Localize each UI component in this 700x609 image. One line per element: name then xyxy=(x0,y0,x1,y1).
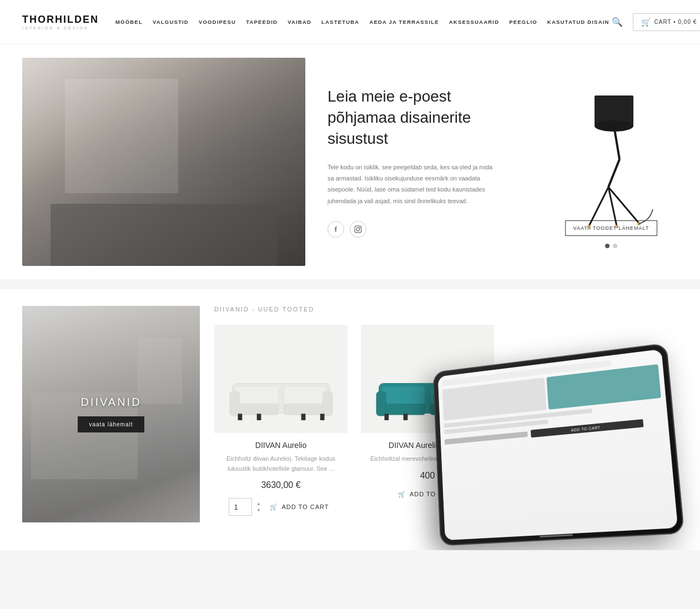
svg-rect-34 xyxy=(469,391,479,416)
category-image: DIIVANID vaata lähemalt xyxy=(22,306,200,522)
products-section-title: DIIVANID - UUED TOOTED xyxy=(214,306,678,313)
hero-section: Leia meie e-poest põhjamaa disainerite s… xyxy=(0,44,700,279)
product-image-aurelio-mere xyxy=(361,325,494,433)
add-to-cart-label-2: ADD TO CART xyxy=(410,491,457,497)
svg-line-11 xyxy=(589,187,608,226)
svg-rect-27 xyxy=(320,414,324,420)
hero-title: Leia meie e-poest põhjamaa disainerite s… xyxy=(328,86,522,149)
svg-rect-38 xyxy=(466,414,471,420)
nav-item-lastetuba[interactable]: LASTETUBA xyxy=(321,19,359,25)
cart-icon-2: 🛒 xyxy=(398,491,406,498)
logo-name: THORHILDEN xyxy=(22,14,99,26)
hero-social: f xyxy=(328,221,522,238)
product-actions-2: 🛒 ADD TO CART xyxy=(361,489,494,500)
svg-rect-26 xyxy=(301,414,305,420)
svg-rect-20 xyxy=(235,404,278,415)
svg-line-10 xyxy=(608,159,620,187)
cart-label: CART • 0,00 € xyxy=(654,19,697,25)
logo-tagline: INTERIOR & DESIGN xyxy=(22,26,89,30)
product-name-2: DIIVAN Aurelio mere... xyxy=(361,441,494,450)
product-image-aurelio xyxy=(214,325,348,433)
svg-point-5 xyxy=(359,227,360,228)
add-to-cart-button-1[interactable]: 🛒 ADD TO CART xyxy=(265,501,333,513)
svg-point-15 xyxy=(615,225,618,228)
products-main: DIIVANID - UUED TOOTED xyxy=(214,306,678,522)
svg-rect-22 xyxy=(229,391,239,416)
main-nav: MÖÖBEL VALGUSTID VOODIPESU TAPEEDID VAIB… xyxy=(115,19,610,25)
svg-point-4 xyxy=(356,228,360,231)
nav-item-peeglio[interactable]: PEEGLIO xyxy=(509,19,537,25)
search-button[interactable]: 🔍 xyxy=(610,14,625,29)
svg-rect-3 xyxy=(355,226,361,233)
nav-item-moobel[interactable]: MÖÖBEL xyxy=(115,19,143,25)
svg-rect-25 xyxy=(256,414,261,420)
category-sidebar: DIIVANID vaata lähemalt xyxy=(22,306,200,522)
lamp-carousel-dots xyxy=(605,244,617,248)
search-icon: 🔍 xyxy=(612,17,623,27)
lamp-dot-1[interactable] xyxy=(605,244,610,248)
svg-rect-23 xyxy=(323,391,333,416)
category-view-button[interactable]: vaata lähemalt xyxy=(78,416,144,432)
cart-icon: 🛒 xyxy=(641,18,651,27)
hero-image xyxy=(22,58,305,266)
svg-rect-32 xyxy=(430,404,474,415)
svg-rect-36 xyxy=(403,414,407,420)
lamp-display: VAATA TOODET LÄHEMALT xyxy=(545,76,678,248)
hero-text: Leia meie e-poest põhjamaa disainerite s… xyxy=(328,80,522,243)
product-desc-2: Eichholtzal merevoheline d... kodus luku… xyxy=(361,454,494,464)
logo[interactable]: THORHILDEN INTERIOR & DESIGN xyxy=(22,14,100,30)
product-card-2: DIIVAN Aurelio mere... Eichholtzal merev… xyxy=(361,325,494,516)
product-desc-1: Eichholtz diivan Aurelio). Tekitage kodu… xyxy=(214,454,348,474)
svg-rect-35 xyxy=(384,414,389,420)
nav-item-kasutatud[interactable]: KASUTATUD DISAIN xyxy=(547,19,610,25)
category-label: DIIVANID xyxy=(80,396,141,409)
header-actions: 🔍 🛒 CART • 0,00 € f xyxy=(610,13,700,31)
product-price-2: 400 xyxy=(361,471,494,481)
product-name-1: DIIVAN Aurelio xyxy=(214,441,348,450)
svg-point-14 xyxy=(587,225,591,228)
hero-description: Tele kodu on isiklik, see peegeldab seda… xyxy=(328,162,500,207)
nav-item-voodipesu[interactable]: VOODIPESU xyxy=(199,19,236,25)
cart-button[interactable]: 🛒 CART • 0,00 € xyxy=(633,13,700,31)
lamp-dot-2[interactable] xyxy=(613,244,617,248)
nav-item-tapeedid[interactable]: TAPEEDID xyxy=(246,19,278,25)
hero-facebook-icon[interactable]: f xyxy=(328,221,344,238)
nav-item-vaibad[interactable]: VAIBAD xyxy=(288,19,311,25)
product-price-1: 3630,00 € xyxy=(214,480,348,490)
qty-arrows-1: ▲ ▼ xyxy=(256,501,261,514)
svg-rect-33 xyxy=(376,391,386,416)
svg-rect-21 xyxy=(284,404,327,415)
svg-rect-31 xyxy=(381,404,425,415)
nav-item-valgustid[interactable]: VALGUSTID xyxy=(153,19,189,25)
lamp-image xyxy=(561,76,661,231)
products-grid: DIIVAN Aurelio Eichholtz diivan Aurelio)… xyxy=(214,325,678,516)
product-card-1: DIIVAN Aurelio Eichholtz diivan Aurelio)… xyxy=(214,325,348,516)
add-to-cart-button-2[interactable]: 🛒 ADD TO CART xyxy=(394,489,461,500)
add-to-cart-label-1: ADD TO CART xyxy=(281,504,329,510)
svg-rect-24 xyxy=(238,414,242,420)
site-header: THORHILDEN INTERIOR & DESIGN MÖÖBEL VALG… xyxy=(0,0,700,44)
cart-icon-1: 🛒 xyxy=(270,504,278,511)
qty-input-1[interactable] xyxy=(229,498,252,516)
qty-up-1[interactable]: ▲ xyxy=(256,501,261,507)
qty-down-1[interactable]: ▼ xyxy=(256,507,261,514)
product-actions-1: ▲ ▼ 🛒 ADD TO CART xyxy=(214,498,348,516)
svg-rect-37 xyxy=(447,414,452,420)
hero-instagram-icon[interactable] xyxy=(350,221,366,238)
nav-item-aksessuaarid[interactable]: AKSESSUAARID xyxy=(449,19,499,25)
nav-item-aeda[interactable]: AEDA JA TERRASSILE xyxy=(369,19,439,25)
products-section: DIIVANID vaata lähemalt DIIVANID - UUED … xyxy=(0,289,700,550)
